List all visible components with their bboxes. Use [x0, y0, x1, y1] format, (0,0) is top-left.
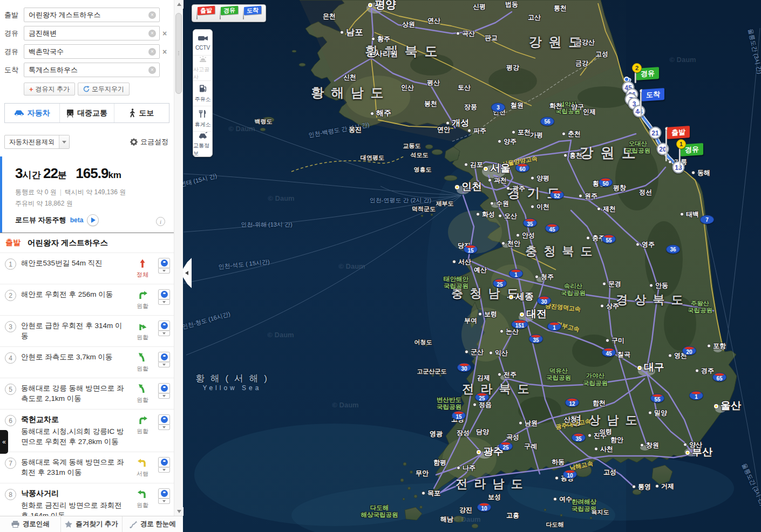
roadview-button[interactable] [158, 258, 171, 274]
town-label[interactable]: 철원 [511, 101, 524, 110]
direction-step[interactable]: 1해안로535번길 54m 직진정체 [0, 253, 174, 284]
town-label[interactable]: 보성 [488, 493, 501, 502]
roadview-button[interactable] [158, 457, 171, 473]
town-label[interactable]: 신천 [343, 73, 356, 82]
town-label[interactable]: 양평 [531, 174, 549, 183]
roadview-dropdown[interactable] [158, 363, 170, 367]
scrollbar-thumb[interactable] [175, 13, 182, 94]
town-label[interactable]: 청주 [535, 272, 554, 282]
major-city-label[interactable]: 대구 [637, 360, 664, 374]
town-label[interactable]: 해주 [370, 108, 391, 118]
town-label[interactable]: 곡성 [506, 433, 519, 442]
scroll-up-button[interactable] [174, 0, 184, 9]
town-label[interactable]: 함안 [610, 435, 623, 445]
roadview-button[interactable] [158, 320, 171, 336]
town-label[interactable]: 양구 [571, 103, 584, 112]
town-label[interactable]: 강진 [459, 506, 472, 515]
major-city-label[interactable]: 서울 [484, 161, 511, 175]
town-label[interactable]: 양주 [498, 137, 517, 146]
town-label[interactable]: 은천 [323, 12, 336, 21]
town-label[interactable]: 담양 [476, 427, 489, 436]
print-route-button[interactable]: 경로인쇄 [0, 516, 60, 532]
town-label[interactable]: 문경 [602, 279, 621, 289]
town-label[interactable]: 춘천 [562, 129, 581, 139]
direction-step[interactable]: 3안현로 급한 우회전 후 314m 이동원활 [0, 315, 174, 346]
roadview-play-button[interactable] [87, 214, 99, 226]
town-label[interactable]: 창원 [640, 441, 659, 450]
roadview-button[interactable] [158, 289, 171, 305]
direction-step[interactable]: 8낙풍사거리헌화로 금진리 방면으로 좌회전 후 164m 이동원활 [0, 483, 174, 516]
roadview-button[interactable] [158, 383, 171, 399]
info-icon[interactable]: i [156, 217, 165, 226]
scroll-down-button[interactable] [174, 507, 184, 516]
town-label[interactable]: 신평 [473, 2, 486, 11]
remove-waypoint-button[interactable]: × [160, 47, 169, 57]
town-label[interactable]: 나주 [457, 463, 475, 473]
major-city-label[interactable]: 평양 [368, 0, 396, 12]
tab-transit[interactable]: 대중교통 [59, 104, 114, 122]
town-label[interactable]: 군산 [465, 347, 484, 357]
legend-flag-via[interactable]: 경유 [220, 7, 238, 19]
panel-scrollbar[interactable] [174, 0, 183, 516]
tab-walk[interactable]: 도보 [114, 104, 169, 122]
route-step-marker-44[interactable]: 44 [633, 105, 646, 118]
clear-all-button[interactable]: 모두지우기 [78, 83, 130, 96]
town-label[interactable]: 평산 [427, 78, 440, 87]
clear-input-icon[interactable]: × [148, 30, 156, 37]
town-label[interactable]: 파주 [467, 126, 486, 135]
town-label[interactable]: 화성 [476, 210, 495, 219]
dropdown-button[interactable] [59, 135, 69, 148]
town-label[interactable]: 연산 [427, 16, 440, 25]
direction-step[interactable]: 2해안로 우회전 후 256m 이동원활 [0, 284, 174, 315]
roadview-button[interactable] [158, 352, 171, 367]
town-label[interactable]: 평강 [506, 63, 519, 72]
town-label[interactable]: 원주 [579, 192, 597, 201]
town-label[interactable]: 산청 [564, 415, 577, 424]
town-label[interactable]: 천안 [501, 239, 520, 248]
roadview-dropdown[interactable] [158, 394, 170, 399]
town-label[interactable]: 이천 [531, 202, 549, 212]
town-label[interactable]: 정선 [639, 188, 652, 197]
town-label[interactable]: 화천 [549, 101, 562, 111]
town-label[interactable]: 가평 [530, 131, 543, 140]
clear-input-icon[interactable]: × [148, 11, 156, 19]
town-label[interactable]: 태백 [680, 210, 699, 219]
town-label[interactable]: 전주 [498, 370, 517, 379]
town-label[interactable]: 통천 [554, 4, 567, 13]
route-step-marker-21[interactable]: 21 [649, 127, 662, 139]
town-label[interactable]: 법동 [505, 0, 518, 9]
route-filter-dropdown[interactable]: 자동차전용제외 [4, 135, 70, 149]
town-label[interactable]: 광주 [506, 184, 525, 193]
town-label[interactable]: 하동 [552, 458, 565, 467]
route-input-field-end[interactable] [24, 63, 159, 77]
town-label[interactable]: 고성 [595, 50, 608, 59]
town-label[interactable]: 제천 [597, 204, 616, 214]
town-label[interactable]: 수원 [490, 199, 509, 208]
roadview-dropdown[interactable] [158, 269, 170, 274]
map-canvas[interactable]: 출발경유도착 CCTV사고공사주유소휴게소교통정보 황 해 북 도황 해 남 도… [183, 0, 761, 532]
town-label[interactable]: 금강산 [575, 38, 595, 47]
roadview-dropdown[interactable] [158, 300, 170, 305]
major-city-label[interactable]: 세종 [509, 290, 534, 303]
town-label[interactable]: 김제 [477, 373, 490, 383]
town-label[interactable]: 고성 [603, 468, 616, 477]
town-label[interactable]: 구미 [606, 336, 624, 345]
town-label[interactable]: 해남 [440, 515, 453, 524]
tool-gas-button[interactable]: 주유소 [193, 80, 212, 106]
town-label[interactable]: 경주 [695, 366, 714, 376]
town-label[interactable]: 목포 [422, 489, 440, 498]
tool-traffic-button[interactable]: 교통정보 [193, 131, 212, 156]
roadview-dropdown[interactable] [158, 425, 170, 430]
town-label[interactable]: 익산 [489, 349, 508, 358]
town-label[interactable]: 남원 [519, 419, 538, 428]
town-label[interactable]: 상원 [402, 20, 415, 29]
town-label[interactable]: 곡산 [456, 29, 475, 38]
remove-waypoint-button[interactable]: × [160, 29, 169, 38]
direction-step[interactable]: 4안현로 좌측도로 3,7km 이동원활 [0, 346, 174, 378]
town-label[interactable]: 홍천 [563, 151, 582, 160]
major-city-label[interactable]: 대전 [520, 307, 547, 321]
tool-rest-button[interactable]: 휴게소 [193, 106, 212, 131]
town-label[interactable]: 옹진 [349, 125, 362, 134]
town-label[interactable]: 상주 [600, 302, 619, 311]
town-label[interactable]: 인산 [401, 83, 414, 92]
